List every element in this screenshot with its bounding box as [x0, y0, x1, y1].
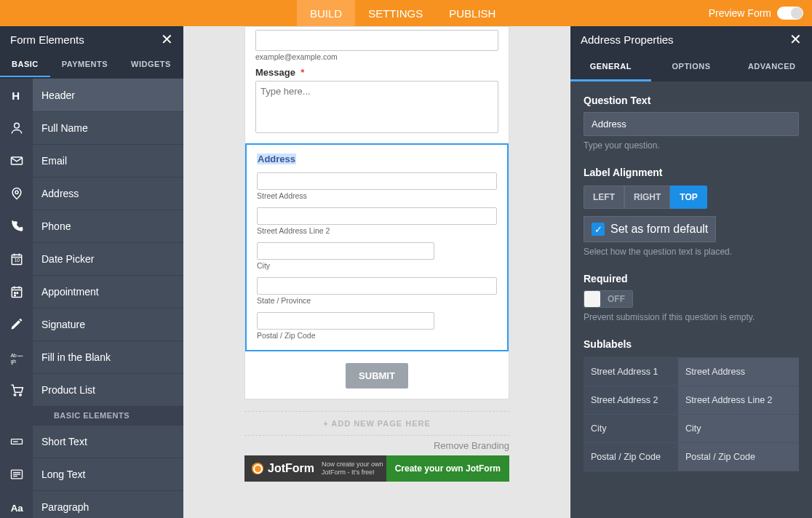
- svg-text:H: H: [12, 89, 20, 101]
- tab-build[interactable]: BUILD: [297, 0, 355, 26]
- element-label: Appointment: [33, 286, 99, 298]
- label-align-segmented: LEFT RIGHT TOP: [584, 186, 799, 209]
- tab-widgets[interactable]: WIDGETS: [119, 52, 183, 77]
- svg-text:Aa: Aa: [10, 503, 23, 514]
- left-panel-title: Form Elements: [10, 33, 84, 46]
- tab-publish[interactable]: PUBLISH: [436, 0, 509, 26]
- right-panel-tabs: GENERAL OPTIONS ADVANCED: [570, 52, 812, 81]
- set-default-checkbox[interactable]: ✓ Set as form default: [584, 216, 716, 242]
- preview-form[interactable]: Preview Form: [709, 7, 803, 20]
- address-input[interactable]: [257, 242, 434, 260]
- sublabel-value[interactable]: Street Address Line 2: [678, 386, 799, 414]
- element-paragraph[interactable]: AaParagraph: [0, 490, 183, 518]
- address-input[interactable]: [257, 277, 497, 295]
- question-text-input[interactable]: [584, 112, 799, 136]
- sublabel-row: Postal / Zip CodePostal / Zip Code: [584, 442, 799, 471]
- fillblank-icon: Abgh: [0, 341, 33, 374]
- svg-point-1: [14, 123, 19, 128]
- label-align-help: Select how the question text is placed.: [584, 247, 799, 257]
- right-panel: Address Properties ✕ GENERAL OPTIONS ADV…: [570, 26, 812, 518]
- jotform-cta-button[interactable]: Create your own JotForm: [386, 455, 509, 482]
- left-panel: Form Elements ✕ BASIC PAYMENTS WIDGETS H…: [0, 26, 183, 518]
- element-address[interactable]: Address: [0, 177, 183, 210]
- element-label: Date Picker: [33, 253, 94, 265]
- element-fillblank[interactable]: AbghFill in the Blank: [0, 340, 183, 373]
- svg-point-14: [19, 394, 21, 396]
- element-product[interactable]: Product List: [0, 373, 183, 406]
- sublabel-key: Postal / Zip Code: [584, 443, 678, 471]
- form-canvas: E-mail example@example.com Message * Add…: [183, 26, 570, 518]
- tab-options[interactable]: OPTIONS: [651, 52, 732, 81]
- address-input[interactable]: [257, 312, 434, 330]
- set-default-label: Set as form default: [610, 223, 708, 236]
- svg-text:gh: gh: [10, 359, 16, 364]
- email-icon: [0, 145, 33, 178]
- question-text-title: Question Text: [584, 95, 799, 106]
- jotform-text: Now create your own JotForm - It's free!: [322, 461, 386, 477]
- svg-text:Ab: Ab: [10, 353, 16, 358]
- shorttext-icon: [0, 426, 33, 458]
- left-panel-tabs: BASIC PAYMENTS WIDGETS: [0, 52, 183, 79]
- tab-advanced[interactable]: ADVANCED: [731, 52, 812, 81]
- sublabel-key: Street Address 2: [584, 386, 678, 414]
- add-new-page[interactable]: + ADD NEW PAGE HERE: [244, 411, 509, 436]
- align-left[interactable]: LEFT: [584, 186, 624, 209]
- sublabel-value[interactable]: Street Address: [678, 358, 799, 386]
- close-icon[interactable]: ✕: [789, 31, 802, 48]
- element-fullname[interactable]: Full Name: [0, 111, 183, 144]
- element-signature[interactable]: Signature: [0, 308, 183, 340]
- element-date[interactable]: 10Date Picker: [0, 242, 183, 275]
- address-sublabel: Street Address: [257, 191, 497, 200]
- tab-basic[interactable]: BASIC: [0, 52, 50, 77]
- sublabels-title: Sublabels: [584, 338, 799, 350]
- preview-toggle[interactable]: [777, 7, 803, 20]
- element-email[interactable]: Email: [0, 144, 183, 177]
- element-label: Product List: [33, 384, 95, 396]
- sublabel-row: Street Address 2Street Address Line 2: [584, 386, 799, 414]
- longtext-icon: [0, 458, 33, 491]
- sublabel-value[interactable]: City: [678, 415, 799, 442]
- svg-text:10: 10: [14, 258, 20, 263]
- message-input[interactable]: [255, 81, 498, 133]
- address-input[interactable]: [257, 172, 497, 190]
- address-sublabel: City: [257, 261, 497, 270]
- tab-payments[interactable]: PAYMENTS: [50, 52, 119, 77]
- align-right[interactable]: RIGHT: [624, 186, 670, 209]
- address-sublabel: Street Address Line 2: [257, 226, 497, 235]
- required-toggle[interactable]: OFF: [584, 290, 633, 308]
- right-panel-body: Question Text Type your question. Label …: [570, 81, 812, 485]
- right-panel-header: Address Properties ✕: [570, 26, 812, 52]
- left-panel-header: Form Elements ✕: [0, 26, 183, 52]
- svg-point-3: [15, 191, 17, 194]
- element-longtext[interactable]: Long Text: [0, 458, 183, 490]
- question-text-help: Type your question.: [584, 140, 799, 151]
- tab-settings[interactable]: SETTINGS: [355, 0, 436, 26]
- element-appointment[interactable]: Appointment: [0, 275, 183, 308]
- svg-point-9: [14, 295, 15, 296]
- required-title: Required: [584, 273, 799, 284]
- address-sublabel: Postal / Zip Code: [257, 331, 497, 340]
- email-input[interactable]: [255, 30, 498, 51]
- appointment-icon: [0, 276, 33, 308]
- address-subfield: City: [257, 235, 497, 270]
- submit-button[interactable]: SUBMIT: [346, 363, 408, 388]
- tab-general[interactable]: GENERAL: [570, 52, 651, 81]
- signature-icon: [0, 308, 33, 341]
- element-header[interactable]: HHeader: [0, 79, 183, 111]
- close-icon[interactable]: ✕: [161, 31, 173, 48]
- jotform-logo: JotForm: [244, 462, 322, 475]
- address-field-selected[interactable]: Address Street AddressStreet Address Lin…: [245, 143, 509, 351]
- element-shorttext[interactable]: Short Text: [0, 425, 183, 458]
- svg-point-7: [14, 292, 15, 294]
- sublabels-table: Street Address 1Street AddressStreet Add…: [584, 357, 799, 471]
- remove-branding-link[interactable]: Remove Branding: [244, 440, 509, 451]
- align-top[interactable]: TOP: [670, 186, 706, 209]
- element-label: Phone: [33, 220, 71, 232]
- label-align-title: Label Alignment: [584, 167, 799, 178]
- sublabel-key: City: [584, 415, 678, 442]
- address-input[interactable]: [257, 207, 497, 225]
- paragraph-icon: Aa: [0, 491, 33, 519]
- sublabel-value[interactable]: Postal / Zip Code: [678, 443, 799, 471]
- element-phone[interactable]: Phone: [0, 210, 183, 242]
- jotform-banner: JotForm Now create your own JotForm - It…: [244, 455, 509, 482]
